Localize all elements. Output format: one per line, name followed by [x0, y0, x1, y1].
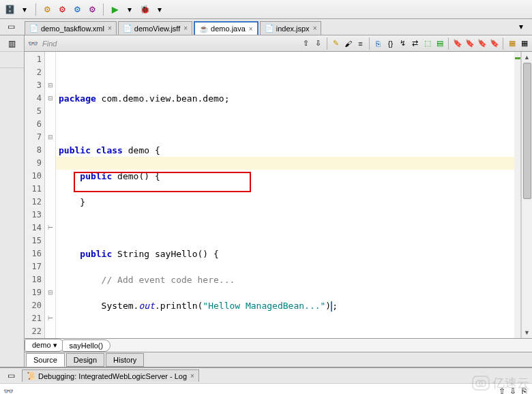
editor-toolbar: 👓 Find ⇧ ⇩ ✎ 🖌 ≡ ⎘ {} ↯ ⇄ ⬚ ▤ 🔖 🔖 🔖 — [25, 35, 532, 52]
run-icon[interactable]: ▶ — [109, 4, 120, 15]
tab-demo-java[interactable]: ☕ demo.java × — [194, 21, 258, 35]
tab-demo-taskflow[interactable]: 📄 demo_taskflow.xml × — [25, 21, 117, 35]
next-icon[interactable]: ⇩ — [313, 38, 323, 48]
tab-label: demo.java — [211, 25, 246, 33]
drop-icon[interactable]: ▾ — [19, 4, 30, 15]
scroll-down-icon[interactable]: ▼ — [522, 327, 532, 338]
crumb-method[interactable]: sayHello() — [62, 339, 111, 352]
log-icon: 📜 — [27, 372, 36, 380]
db-icon[interactable]: 🗄️ — [4, 4, 15, 15]
debug-drop-icon[interactable]: ▾ — [154, 4, 165, 15]
vertical-scrollbar[interactable]: ▲ ▼ — [521, 52, 532, 338]
view1-icon[interactable]: ▦ — [507, 38, 517, 48]
tab-demoview[interactable]: 📄 demoView.jsff × — [118, 21, 192, 35]
binoculars-icon[interactable]: 👓 — [3, 386, 14, 395]
log-tab-label: Debugging: IntegratedWebLogicServer - Lo… — [38, 372, 187, 380]
log-menu-icon[interactable]: ▭ — [5, 370, 16, 381]
crumb-class[interactable]: demo ▾ — [25, 339, 65, 352]
scroll-up-icon[interactable]: ▲ — [522, 52, 532, 63]
log-next-icon[interactable]: ⇩ — [507, 386, 518, 395]
tab-history[interactable]: History — [106, 353, 144, 367]
tabbar-overflow-icon[interactable]: ▾ — [516, 21, 527, 32]
nav1-icon[interactable]: ⎘ — [373, 38, 383, 48]
tab-label: index.jspx — [276, 25, 310, 33]
tab-label: demoView.jsff — [134, 25, 180, 33]
bm3-icon[interactable]: 🔖 — [477, 38, 487, 48]
bm1-icon[interactable]: 🔖 — [452, 38, 462, 48]
nav3-icon[interactable]: ↯ — [398, 38, 408, 48]
editor-view-tabs: Source Design History — [25, 352, 532, 367]
hl-icon[interactable]: ✎ — [331, 38, 341, 48]
tab-index[interactable]: 📄 index.jspx × — [260, 21, 322, 35]
code-editor[interactable]: 12345678910111213141516171819202122 ⊟⊟ ⊟… — [25, 52, 532, 338]
log-tab[interactable]: 📜 Debugging: IntegratedWebLogicServer - … — [22, 369, 199, 382]
editor-tabbar: ▭ 📄 demo_taskflow.xml × 📄 demoView.jsff … — [0, 19, 532, 35]
close-icon[interactable]: × — [108, 25, 112, 32]
tab-source[interactable]: Source — [26, 353, 65, 367]
overview-ruler[interactable] — [514, 52, 521, 338]
find-input[interactable]: Find — [40, 40, 299, 48]
nav4-icon[interactable]: ⇄ — [410, 38, 420, 48]
tab-design[interactable]: Design — [66, 353, 104, 367]
file-icon: 📄 — [265, 24, 274, 33]
highlight-box — [74, 172, 251, 192]
close-icon[interactable]: × — [190, 372, 194, 380]
file-icon: 📄 — [123, 24, 132, 33]
tabbar-menu-icon[interactable]: ▭ — [5, 21, 16, 32]
fold-gutter[interactable]: ⊟⊟ ⊟ ⊢ ⊟ ⊢ — [45, 52, 56, 338]
line-number-gutter: 12345678910111213141516171819202122 — [25, 52, 45, 338]
main-toolbar: 🗄️ ▾ ⚙ ⚙ ⚙ ⚙ ▶ ▾ 🐞 ▾ — [0, 0, 532, 19]
tool1-icon[interactable]: ⚙ — [42, 4, 53, 15]
tool4-icon[interactable]: ⚙ — [87, 4, 98, 15]
code-area[interactable]: package com.demo.view.bean.demo; public … — [56, 52, 514, 338]
structure-icon[interactable]: ▥ — [7, 38, 18, 49]
log-tool-icon[interactable]: ⎘ — [518, 386, 529, 395]
tool2-icon[interactable]: ⚙ — [57, 4, 68, 15]
prev-icon[interactable]: ⇧ — [301, 38, 311, 48]
tab-label: demo_taskflow.xml — [41, 25, 104, 33]
indent-icon[interactable]: ≡ — [355, 38, 366, 48]
tool3-icon[interactable]: ⚙ — [72, 4, 83, 15]
log-prev-icon[interactable]: ⇧ — [497, 386, 507, 395]
left-gutter-panel: ▥ — [0, 35, 25, 367]
close-icon[interactable]: × — [313, 25, 317, 32]
close-icon[interactable]: × — [183, 25, 188, 32]
bm4-icon[interactable]: 🔖 — [489, 38, 499, 48]
view2-icon[interactable]: ▦ — [519, 38, 529, 48]
log-panel: ▭ 📜 Debugging: IntegratedWebLogicServer … — [0, 367, 532, 394]
nav5-icon[interactable]: ⬚ — [422, 38, 432, 48]
bm2-icon[interactable]: 🔖 — [464, 38, 475, 48]
debug-icon[interactable]: 🐞 — [139, 4, 150, 15]
nav6-icon[interactable]: ▤ — [434, 38, 445, 48]
brush-icon[interactable]: 🖌 — [343, 38, 353, 48]
run-drop-icon[interactable]: ▾ — [124, 4, 135, 15]
file-icon: 📄 — [29, 24, 39, 33]
scroll-thumb[interactable] — [523, 63, 531, 199]
nav2-icon[interactable]: {} — [385, 38, 396, 48]
breadcrumb: demo ▾ sayHello() — [25, 338, 532, 352]
binoculars-icon[interactable]: 👓 — [27, 38, 38, 49]
java-icon: ☕ — [199, 25, 209, 33]
close-icon[interactable]: × — [249, 25, 253, 33]
